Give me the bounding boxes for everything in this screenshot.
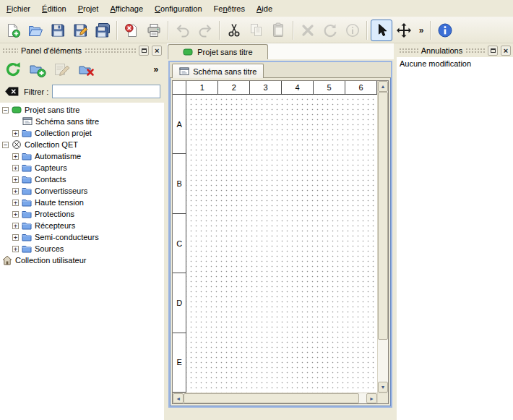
expand-icon[interactable]: + bbox=[12, 234, 19, 241]
save-button[interactable] bbox=[47, 20, 69, 41]
close-project-button[interactable] bbox=[121, 20, 142, 41]
tree-item-collection-utilisateur[interactable]: Collection utilisateur bbox=[0, 254, 164, 266]
scroll-left-button[interactable]: ◄ bbox=[173, 393, 184, 403]
project-icon bbox=[183, 47, 193, 57]
move-mode-button[interactable] bbox=[393, 20, 415, 41]
tree-item-collection-qet[interactable]: −Collection QET bbox=[0, 139, 164, 150]
copy-button[interactable] bbox=[246, 20, 267, 41]
dock-drag-handle[interactable] bbox=[85, 48, 136, 53]
clear-filter-button[interactable] bbox=[3, 85, 20, 98]
vertical-scroll-thumb[interactable] bbox=[378, 92, 388, 340]
menu-item-fenetres[interactable]: Fenêtres bbox=[208, 1, 251, 17]
filter-row: Filtrer : bbox=[0, 82, 164, 101]
toolbar-separator bbox=[168, 21, 169, 40]
expand-icon[interactable]: + bbox=[12, 165, 19, 171]
redo-button[interactable] bbox=[194, 20, 216, 41]
tab-project[interactable]: Projet sans titre bbox=[168, 44, 267, 59]
menu-item-aide[interactable]: Aide bbox=[251, 1, 278, 17]
tree-item-protections[interactable]: +Protections bbox=[0, 208, 164, 220]
clipboard-icon bbox=[271, 22, 287, 38]
print-button[interactable] bbox=[143, 20, 165, 41]
tree-item-haute-tension[interactable]: +Haute tension bbox=[0, 197, 164, 208]
open-project-button[interactable] bbox=[25, 20, 46, 41]
schema-canvas[interactable] bbox=[186, 95, 377, 393]
expand-icon[interactable]: + bbox=[12, 130, 19, 137]
new-element-button[interactable] bbox=[27, 59, 48, 80]
tree-item-automatisme[interactable]: +Automatisme bbox=[0, 150, 164, 162]
elements-toolbar-overflow-button[interactable]: » bbox=[154, 64, 159, 74]
ruler-corner bbox=[173, 81, 186, 95]
float-panel-button[interactable] bbox=[488, 46, 498, 56]
expand-icon[interactable]: + bbox=[12, 200, 19, 206]
edit-element-button[interactable] bbox=[51, 59, 73, 80]
menu-item-projet[interactable]: Projet bbox=[72, 1, 105, 17]
scroll-up-button[interactable]: ▲ bbox=[378, 81, 388, 92]
collapse-icon[interactable]: − bbox=[2, 142, 9, 148]
tree-item-collection-projet[interactable]: +Collection projet bbox=[0, 127, 164, 139]
tree-item-projet-sans-titre[interactable]: −Projet sans titre bbox=[0, 104, 164, 116]
tree-item-semi-conducteurs[interactable]: +Semi-conducteurs bbox=[0, 231, 164, 243]
rotate-button[interactable] bbox=[319, 20, 341, 41]
delete-cross-icon bbox=[300, 22, 316, 38]
menu-item-configuration[interactable]: Configuration bbox=[149, 1, 207, 17]
info-circle-icon bbox=[345, 22, 361, 38]
horizontal-scroll-thumb[interactable] bbox=[184, 393, 359, 403]
delete-element-button[interactable] bbox=[76, 59, 98, 80]
undo-list-item[interactable]: Aucune modification bbox=[397, 57, 513, 69]
vertical-scrollbar[interactable]: ▲ ▼ bbox=[377, 81, 388, 393]
folder-icon bbox=[22, 186, 32, 196]
paste-button[interactable] bbox=[268, 20, 290, 41]
workspace: Projet sans titre Schéma sans titre 12 bbox=[167, 43, 394, 420]
folder-icon bbox=[22, 244, 32, 254]
expand-icon[interactable]: + bbox=[12, 211, 19, 218]
project-tabbar: Projet sans titre bbox=[167, 43, 394, 59]
app-window: FichierÉditionProjetAffichageConfigurati… bbox=[0, 0, 513, 420]
tab-schema[interactable]: Schéma sans titre bbox=[172, 64, 264, 78]
toolbar-separator bbox=[430, 21, 431, 40]
qet-icon bbox=[12, 140, 22, 150]
collapse-icon[interactable]: − bbox=[2, 107, 9, 113]
reload-collections-button[interactable] bbox=[2, 59, 24, 80]
select-mode-button[interactable] bbox=[371, 20, 392, 41]
scroll-right-button[interactable]: ► bbox=[366, 393, 377, 403]
about-button[interactable] bbox=[434, 20, 456, 41]
tree-item-re-cepteurs[interactable]: +Récepteurs bbox=[0, 220, 164, 231]
toolbar-separator bbox=[219, 21, 220, 40]
expand-icon[interactable]: + bbox=[12, 223, 19, 229]
delete-button[interactable] bbox=[297, 20, 319, 41]
new-project-button[interactable] bbox=[2, 20, 24, 41]
tree-item-sche-ma-sans-titre[interactable]: Schéma sans titre bbox=[0, 116, 164, 127]
expand-icon[interactable]: + bbox=[12, 246, 19, 252]
horizontal-scrollbar[interactable]: ◄ ► bbox=[173, 393, 377, 403]
menu-item-edition[interactable]: Édition bbox=[36, 1, 72, 17]
expand-icon[interactable]: + bbox=[12, 176, 19, 183]
tree-item-label: Récepteurs bbox=[35, 221, 75, 230]
tab-project-label: Projet sans titre bbox=[197, 48, 252, 56]
tree-item-convertisseurs[interactable]: +Convertisseurs bbox=[0, 185, 164, 197]
close-panel-button[interactable]: × bbox=[152, 46, 162, 56]
tree-item-label: Collection utilisateur bbox=[15, 256, 86, 265]
schema-view: 123456 ABCDE ▲ ▼ ◄ ► bbox=[172, 80, 389, 404]
dock-drag-handle[interactable] bbox=[399, 48, 418, 53]
expand-icon[interactable]: + bbox=[12, 188, 19, 194]
tree-item-capteurs[interactable]: +Capteurs bbox=[0, 162, 164, 173]
element-info-button[interactable] bbox=[342, 20, 363, 41]
dock-drag-handle[interactable] bbox=[465, 48, 485, 53]
float-panel-button[interactable] bbox=[139, 46, 149, 56]
delete-element-icon bbox=[78, 61, 95, 78]
filter-input[interactable] bbox=[52, 85, 160, 98]
tree-item-contacts[interactable]: +Contacts bbox=[0, 173, 164, 185]
scroll-down-button[interactable]: ▼ bbox=[378, 382, 388, 393]
tree-item-sources[interactable]: +Sources bbox=[0, 243, 164, 254]
toolbar-overflow-button[interactable]: » bbox=[415, 20, 427, 41]
menu-item-fichier[interactable]: Fichier bbox=[1, 1, 36, 17]
dock-drag-handle[interactable] bbox=[2, 48, 18, 53]
save-all-button[interactable] bbox=[92, 20, 113, 41]
undo-button[interactable] bbox=[172, 20, 194, 41]
tree-item-label: Automatisme bbox=[35, 152, 81, 160]
expand-icon[interactable]: + bbox=[12, 153, 19, 160]
cut-button[interactable] bbox=[223, 20, 245, 41]
menu-item-affichage[interactable]: Affichage bbox=[104, 1, 149, 17]
save-as-button[interactable] bbox=[69, 20, 91, 41]
close-panel-button[interactable]: × bbox=[501, 46, 511, 56]
